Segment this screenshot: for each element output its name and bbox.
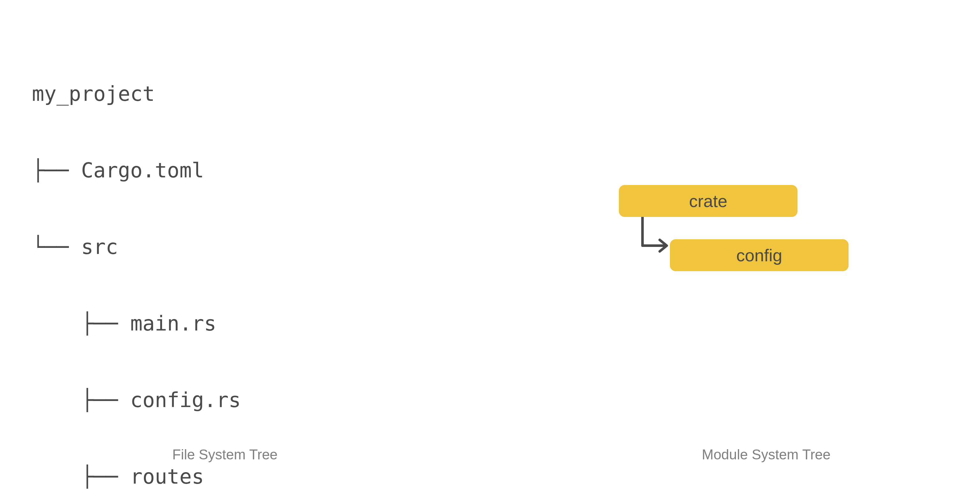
module-node-label: crate (689, 191, 727, 211)
tree-row: ├── routes (32, 459, 364, 490)
diagram-canvas: my_project ├── Cargo.toml └── src ├── ma… (0, 0, 980, 490)
tree-line-text: ├── main.rs (32, 313, 216, 334)
tree-line-text: ├── config.rs (32, 390, 241, 410)
tree-row: ├── config.rs (32, 382, 364, 418)
tree-line-text: └── src (32, 237, 118, 257)
module-node-crate: crate (619, 185, 797, 217)
module-node-config: config (670, 239, 849, 271)
tree-line-text: ├── Cargo.toml (32, 160, 204, 181)
file-system-tree: my_project ├── Cargo.toml └── src ├── ma… (32, 35, 364, 490)
tree-row: └── src (32, 229, 364, 265)
module-node-label: config (736, 245, 782, 265)
caption-file-system: File System Tree (172, 447, 278, 463)
tree-row: my_project (32, 76, 364, 111)
tree-line-text: ├── routes (32, 466, 204, 487)
caption-module-system: Module System Tree (702, 447, 831, 463)
tree-line-text: my_project (32, 84, 155, 104)
arrow-icon (636, 217, 675, 258)
tree-row: ├── main.rs (32, 305, 364, 341)
tree-row: ├── Cargo.toml (32, 153, 364, 188)
